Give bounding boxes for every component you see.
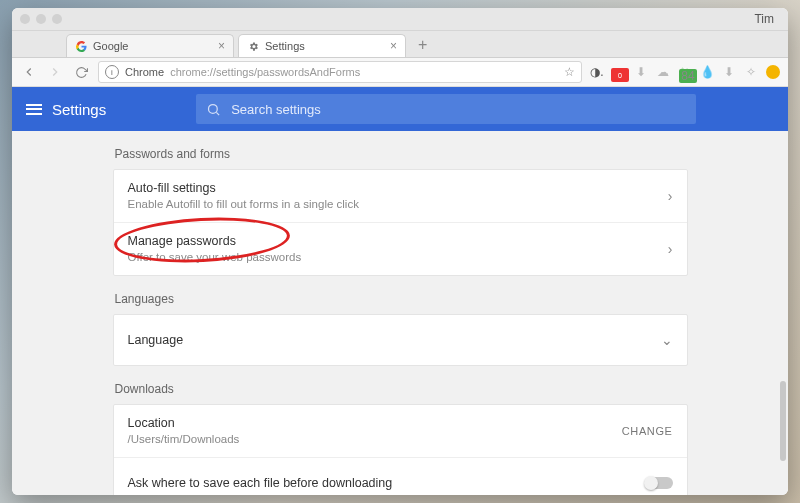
ext-icon[interactable]: ⬇ bbox=[722, 65, 736, 79]
new-tab-button[interactable]: + bbox=[410, 36, 435, 57]
row-subtitle: /Users/tim/Downloads bbox=[128, 432, 240, 447]
chevron-right-icon: › bbox=[668, 188, 673, 204]
back-button[interactable] bbox=[20, 63, 38, 81]
scrollbar-thumb[interactable] bbox=[780, 381, 786, 461]
row-autofill-settings[interactable]: Auto-fill settings Enable Autofill to fi… bbox=[114, 170, 687, 222]
ext-icon[interactable]: ◑. bbox=[590, 65, 604, 79]
reload-button[interactable] bbox=[72, 63, 90, 81]
window-controls[interactable] bbox=[20, 14, 62, 24]
profile-username[interactable]: Tim bbox=[754, 12, 780, 26]
change-button[interactable]: CHANGE bbox=[622, 425, 673, 437]
minimize-window-button[interactable] bbox=[36, 14, 46, 24]
close-window-button[interactable] bbox=[20, 14, 30, 24]
row-title: Ask where to save each file before downl… bbox=[128, 475, 393, 492]
tab-settings[interactable]: Settings × bbox=[238, 34, 406, 57]
row-manage-passwords[interactable]: Manage passwords Offer to save your web … bbox=[114, 222, 687, 275]
ext-icon[interactable]: 🛍84 bbox=[678, 65, 692, 79]
languages-card: Language ⌄ bbox=[113, 314, 688, 366]
settings-app-bar: Settings Search settings bbox=[12, 87, 788, 131]
section-title-downloads: Downloads bbox=[115, 382, 688, 396]
row-download-location: Location /Users/tim/Downloads CHANGE bbox=[114, 405, 687, 457]
chevron-right-icon: › bbox=[668, 241, 673, 257]
svg-point-0 bbox=[209, 104, 218, 113]
extensions-area: ◑. ⬚0 ⬇ ☁ 🛍84 💧 ⬇ ✧ bbox=[590, 65, 780, 79]
svg-line-1 bbox=[217, 112, 220, 115]
section-title-passwords: Passwords and forms bbox=[115, 147, 688, 161]
row-title: Language bbox=[128, 332, 184, 349]
profile-avatar-icon[interactable] bbox=[766, 65, 780, 79]
section-title-languages: Languages bbox=[115, 292, 688, 306]
row-title: Auto-fill settings bbox=[128, 180, 359, 197]
zoom-window-button[interactable] bbox=[52, 14, 62, 24]
app-title: Settings bbox=[52, 101, 106, 118]
tab-google[interactable]: Google × bbox=[66, 34, 234, 57]
row-subtitle: Enable Autofill to fill out forms in a s… bbox=[128, 197, 359, 212]
toolbar: i Chrome chrome://settings/passwordsAndF… bbox=[12, 58, 788, 87]
ext-icon[interactable]: ☁ bbox=[656, 65, 670, 79]
downloads-card: Location /Users/tim/Downloads CHANGE Ask… bbox=[113, 404, 688, 495]
window-titlebar: Tim bbox=[12, 8, 788, 31]
site-info-icon[interactable]: i bbox=[105, 65, 119, 79]
search-icon bbox=[206, 102, 221, 117]
settings-search[interactable]: Search settings bbox=[196, 94, 696, 124]
tab-close-icon[interactable]: × bbox=[390, 39, 397, 53]
toggle-switch[interactable] bbox=[645, 477, 673, 489]
row-language[interactable]: Language ⌄ bbox=[114, 315, 687, 365]
vertical-scrollbar[interactable] bbox=[778, 181, 786, 485]
ext-icon[interactable]: ✧ bbox=[744, 65, 758, 79]
tab-title: Settings bbox=[265, 40, 305, 52]
row-title: Manage passwords bbox=[128, 233, 302, 250]
url-origin: Chrome bbox=[125, 66, 164, 78]
tab-title: Google bbox=[93, 40, 128, 52]
row-ask-location: Ask where to save each file before downl… bbox=[114, 457, 687, 495]
ext-icon[interactable]: ⬚0 bbox=[612, 65, 626, 79]
google-favicon-icon bbox=[75, 40, 87, 52]
gear-favicon-icon bbox=[247, 40, 259, 52]
row-subtitle: Offer to save your web passwords bbox=[128, 250, 302, 265]
passwords-card: Auto-fill settings Enable Autofill to fi… bbox=[113, 169, 688, 276]
hamburger-menu-icon[interactable] bbox=[26, 101, 42, 117]
address-bar[interactable]: i Chrome chrome://settings/passwordsAndF… bbox=[98, 61, 582, 83]
url-path: chrome://settings/passwordsAndForms bbox=[170, 66, 360, 78]
tab-strip: Google × Settings × + bbox=[12, 31, 788, 58]
chevron-down-icon: ⌄ bbox=[661, 332, 673, 348]
bookmark-star-icon[interactable]: ☆ bbox=[564, 65, 575, 79]
ext-icon[interactable]: 💧 bbox=[700, 65, 714, 79]
ext-icon[interactable]: ⬇ bbox=[634, 65, 648, 79]
row-title: Location bbox=[128, 415, 240, 432]
tab-close-icon[interactable]: × bbox=[218, 39, 225, 53]
forward-button[interactable] bbox=[46, 63, 64, 81]
search-placeholder: Search settings bbox=[231, 102, 321, 117]
